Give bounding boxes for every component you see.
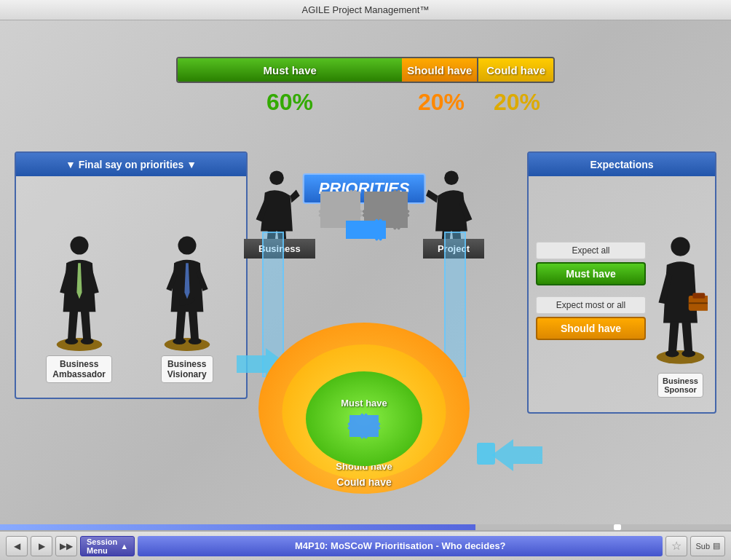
svg-point-3 xyxy=(80,338,93,344)
figure-visionary: BusinessVisionary xyxy=(158,227,216,383)
must-pct: 60% xyxy=(176,89,403,116)
should-have-button[interactable]: Should have xyxy=(536,317,646,340)
svg-point-7 xyxy=(188,338,201,344)
sponsor-label: BusinessSponsor xyxy=(657,373,703,398)
svg-point-2 xyxy=(65,338,78,344)
sponsor-silhouette xyxy=(653,223,708,368)
sub-button[interactable]: Sub ▤ xyxy=(690,536,725,556)
puzzle-piece-icon xyxy=(346,411,382,441)
slide-title: M4P10: MoSCoW Prioritisation - Who decid… xyxy=(295,540,506,551)
svg-point-1 xyxy=(70,237,88,255)
should-pct: 20% xyxy=(403,89,479,116)
center-panel: PRIORITIES Business Project xyxy=(244,144,484,501)
right-panel: Expectations Expect all Must have Expect… xyxy=(527,151,716,414)
sub-icon: ▤ xyxy=(713,541,720,551)
prev-button[interactable]: ◀ xyxy=(6,536,28,556)
expect-most-label: Expect most or all xyxy=(536,296,646,314)
svg-point-6 xyxy=(173,338,186,344)
puzzle-pieces-top xyxy=(317,184,411,242)
visionary-silhouette xyxy=(158,227,216,351)
should-have-label: Should have xyxy=(407,64,472,76)
expect-buttons: Expect all Must have Expect most or all … xyxy=(536,184,646,398)
svg-point-13 xyxy=(657,350,705,364)
left-panel: ▼ Final say on priorities ▼ xyxy=(15,151,248,399)
left-panel-header: ▼ Final say on priorities ▼ xyxy=(16,153,246,176)
right-figure-container: BusinessSponsor xyxy=(653,184,708,398)
session-menu-button[interactable]: SessionMenu ▲ xyxy=(80,536,135,556)
svg-rect-12 xyxy=(477,443,495,465)
svg-point-19 xyxy=(681,350,695,357)
star-button[interactable]: ☆ xyxy=(665,536,687,556)
svg-point-5 xyxy=(178,237,196,255)
main-area: Must have Should have Could have 60% 20%… xyxy=(0,20,731,530)
session-menu-label: SessionMenu xyxy=(87,537,117,555)
figure-ambassador: BusinessAmbassador xyxy=(46,227,112,383)
svg-point-0 xyxy=(56,338,102,351)
right-panel-title: Expectations xyxy=(590,159,653,170)
expect-all-label: Expect all xyxy=(536,242,646,259)
svg-point-14 xyxy=(671,237,689,256)
priority-bar: Must have Should have Could have xyxy=(176,57,555,83)
percentages: 60% 20% 20% xyxy=(176,89,555,116)
should-have-bar: Should have xyxy=(402,58,477,82)
bottom-bar: ◀ ▶ ▶▶ SessionMenu ▲ M4P10: MoSCoW Prior… xyxy=(0,530,731,560)
could-have-label: Could have xyxy=(486,64,545,76)
next-button[interactable]: ▶ xyxy=(31,536,52,556)
svg-point-8 xyxy=(269,171,284,186)
right-panel-content: Expect all Must have Expect most or all … xyxy=(529,176,715,405)
could-pct: 20% xyxy=(479,89,555,116)
left-panel-title: ▼ Final say on priorities ▼ xyxy=(66,159,197,170)
ambassador-label: BusinessAmbassador xyxy=(46,355,112,383)
slide-title-bar: M4P10: MoSCoW Prioritisation - Who decid… xyxy=(138,536,663,556)
progress-bar-container xyxy=(0,524,731,530)
ambassador-silhouette xyxy=(50,227,108,351)
must-have-label: Must have xyxy=(264,64,317,76)
must-have-button[interactable]: Must have xyxy=(536,262,646,285)
svg-point-9 xyxy=(444,171,459,186)
sub-label: Sub xyxy=(695,542,710,551)
must-have-bar: Must have xyxy=(178,58,402,82)
expect-most-group: Expect most or all Should have xyxy=(536,296,646,340)
arrow-left-icon xyxy=(477,439,542,472)
fast-forward-button[interactable]: ▶▶ xyxy=(55,536,77,556)
left-panel-content: BusinessAmbassador xyxy=(16,176,246,390)
svg-marker-11 xyxy=(491,439,542,471)
svg-point-18 xyxy=(665,350,679,357)
title-bar: AGILE Project Management™ xyxy=(0,0,731,20)
concentric-circles: Could have Should have Must have xyxy=(258,312,470,494)
session-menu-arrow: ▲ xyxy=(120,542,128,551)
progress-thumb[interactable] xyxy=(614,524,621,530)
svg-rect-16 xyxy=(692,293,705,299)
priority-bar-container: Must have Should have Could have 60% 20%… xyxy=(176,57,555,116)
expect-all-group: Expect all Must have xyxy=(536,242,646,285)
svg-point-4 xyxy=(164,338,210,351)
right-panel-header: Expectations xyxy=(529,153,715,176)
must-have-circle-label: Must have xyxy=(341,398,387,409)
app-title: AGILE Project Management™ xyxy=(302,4,430,15)
could-have-bar: Could have xyxy=(477,58,553,82)
visionary-label: BusinessVisionary xyxy=(161,355,213,383)
progress-bar-fill[interactable] xyxy=(0,524,475,530)
